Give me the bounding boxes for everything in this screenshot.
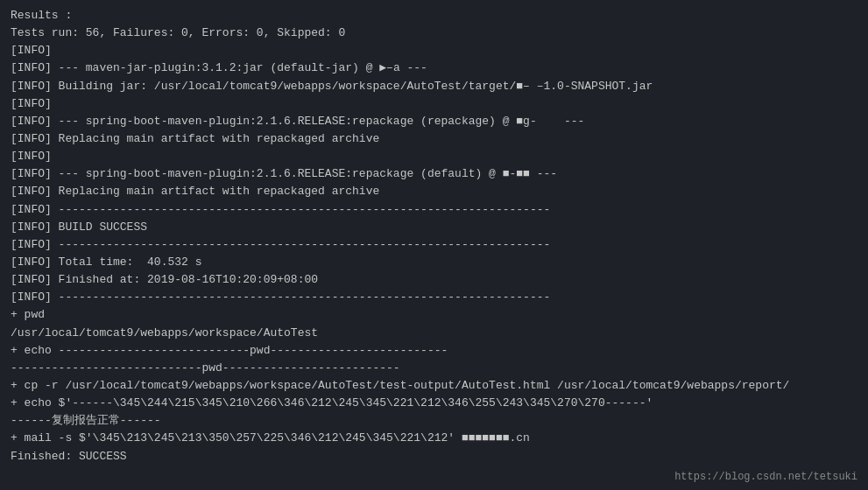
terminal-line-info12: [INFO] ---------------------------------…: [11, 236, 857, 254]
terminal-line-pwd-cmd: + pwd: [11, 306, 857, 324]
terminal-line-mail-cmd: + mail -s $'\345\213\245\213\350\257\225…: [11, 430, 857, 447]
terminal-line-info2: [INFO] --- maven-jar-plugin:3.1.2:jar (d…: [11, 60, 857, 77]
terminal-line-echo-result: ----------------------------pwd---------…: [11, 360, 857, 377]
terminal-output: Results :Tests run: 56, Failures: 0, Err…: [11, 7, 857, 466]
terminal-line-cp-cmd: + cp -r /usr/local/tomcat9/webapps/works…: [11, 377, 857, 395]
terminal-line-info5: [INFO] --- spring-boot-maven-plugin:2.1.…: [11, 113, 857, 130]
terminal-line-pwd-result: /usr/local/tomcat9/webapps/workspace/Aut…: [11, 325, 857, 342]
terminal-line-info6: [INFO] Replacing main artifact with repa…: [11, 130, 857, 148]
terminal-line-echo-cmd: + echo ----------------------------pwd--…: [11, 342, 857, 360]
terminal-line-info11: [INFO] BUILD SUCCESS: [11, 219, 857, 236]
terminal-line-info13: [INFO] Total time: 40.532 s: [11, 254, 857, 271]
terminal-line-results-label: Results :: [11, 7, 857, 24]
terminal-line-info7: [INFO]: [11, 148, 857, 165]
terminal-line-info3: [INFO] Building jar: /usr/local/tomcat9/…: [11, 78, 857, 95]
terminal-line-echo2-result: ------复制报告正常------: [11, 412, 857, 430]
terminal-line-info4: [INFO]: [11, 95, 857, 113]
terminal-line-info14: [INFO] Finished at: 2019-08-16T10:20:09+…: [11, 271, 857, 289]
watermark: https://blog.csdn.net/tetsuki: [674, 471, 857, 483]
terminal-line-tests-run: Tests run: 56, Failures: 0, Errors: 0, S…: [11, 24, 857, 42]
terminal-line-info1: [INFO]: [11, 42, 857, 60]
terminal-line-finished: Finished: SUCCESS: [11, 448, 857, 466]
terminal-line-info8: [INFO] --- spring-boot-maven-plugin:2.1.…: [11, 165, 857, 183]
terminal-line-info9: [INFO] Replacing main artifact with repa…: [11, 183, 857, 200]
terminal-line-info10: [INFO] ---------------------------------…: [11, 201, 857, 219]
terminal-line-info15: [INFO] ---------------------------------…: [11, 289, 857, 306]
terminal-window: Results :Tests run: 56, Failures: 0, Err…: [0, 0, 868, 490]
terminal-line-echo2-cmd: + echo $'------\345\244\215\345\210\266\…: [11, 395, 857, 412]
